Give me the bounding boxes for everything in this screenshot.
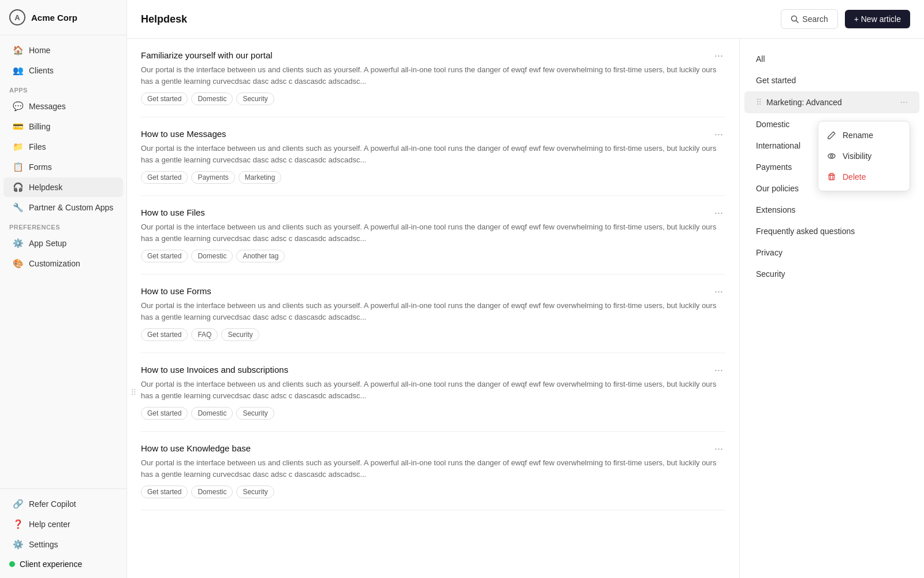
tag[interactable]: Get started bbox=[141, 486, 188, 498]
right-sidebar-item-all[interactable]: All bbox=[744, 49, 919, 69]
article-header: How to use Files ··· bbox=[141, 208, 725, 218]
sidebar-item-files[interactable]: 📁 Files bbox=[3, 137, 123, 157]
tag[interactable]: Domestic bbox=[191, 486, 233, 498]
sidebar-bottom: 🔗 Refer Copilot ❓ Help center ⚙️ Setting… bbox=[0, 488, 126, 578]
article-more-button[interactable]: ··· bbox=[712, 129, 725, 139]
sidebar-item-messages[interactable]: 💬 Messages bbox=[3, 97, 123, 116]
tag[interactable]: Domestic bbox=[191, 250, 233, 262]
tag[interactable]: Get started bbox=[141, 92, 188, 105]
main-header: Helpdesk Search + New article bbox=[127, 0, 924, 39]
visibility-icon bbox=[826, 151, 837, 161]
sidebar: A Acme Corp 🏠 Home 👥 Clients Apps 💬 Mess… bbox=[0, 0, 127, 578]
right-sidebar-item-marketing-advanced[interactable]: ⠿ Marketing: Advanced ··· bbox=[744, 91, 919, 113]
article-more-button[interactable]: ··· bbox=[712, 50, 725, 61]
article-more-button[interactable]: ··· bbox=[712, 443, 725, 454]
article-body: Our portal is the interface between us a… bbox=[141, 300, 725, 323]
article-tags: Get started Domestic Another tag bbox=[141, 250, 725, 262]
sidebar-item-help[interactable]: ❓ Help center bbox=[3, 514, 123, 534]
svg-point-3 bbox=[830, 155, 833, 157]
article-body: Our portal is the interface between us a… bbox=[141, 64, 725, 87]
right-sidebar: All Get started ⠿ Marketing: Advanced ··… bbox=[739, 39, 924, 578]
billing-icon: 💳 bbox=[13, 121, 23, 132]
sidebar-item-customization[interactable]: 🎨 Customization bbox=[3, 254, 123, 273]
dropdown-visibility[interactable]: Visibility bbox=[818, 146, 910, 166]
helpdesk-icon: 🎧 bbox=[13, 182, 23, 192]
article-header: How to use Messages ··· bbox=[141, 129, 725, 139]
article-item: Familiarize yourself with our portal ···… bbox=[141, 39, 725, 117]
client-experience-badge: Client experience bbox=[0, 555, 126, 573]
article-title: Familiarize yourself with our portal bbox=[141, 50, 273, 60]
article-item: ⠿ How to use Invoices and subscriptions … bbox=[141, 353, 725, 432]
tag[interactable]: Security bbox=[236, 92, 274, 105]
tag[interactable]: Get started bbox=[141, 328, 188, 341]
article-tags: Get started Domestic Security bbox=[141, 486, 725, 498]
article-header: How to use Forms ··· bbox=[141, 286, 725, 297]
svg-rect-5 bbox=[829, 175, 834, 180]
sidebar-item-app-setup[interactable]: ⚙️ App Setup bbox=[3, 234, 123, 253]
page-title: Helpdesk bbox=[141, 13, 187, 25]
customization-icon: 🎨 bbox=[13, 258, 23, 269]
article-header: Familiarize yourself with our portal ··· bbox=[141, 50, 725, 61]
partner-icon: 🔧 bbox=[13, 202, 23, 213]
right-sidebar-item-extensions[interactable]: Extensions bbox=[744, 199, 919, 220]
marketing-advanced-more-button[interactable]: ··· bbox=[900, 97, 908, 108]
article-tags: Get started Domestic Security bbox=[141, 92, 725, 105]
article-header: How to use Invoices and subscriptions ··… bbox=[141, 365, 725, 375]
tag[interactable]: Get started bbox=[141, 171, 188, 184]
dropdown-rename[interactable]: Rename bbox=[818, 125, 910, 146]
company-logo-area[interactable]: A Acme Corp bbox=[0, 0, 126, 35]
tag[interactable]: FAQ bbox=[191, 328, 218, 341]
article-more-button[interactable]: ··· bbox=[712, 365, 725, 375]
home-icon: 🏠 bbox=[13, 45, 23, 55]
tag[interactable]: Payments bbox=[191, 171, 234, 184]
client-experience-label: Client experience bbox=[20, 560, 82, 569]
article-item: How to use Files ··· Our portal is the i… bbox=[141, 196, 725, 275]
drag-dots-icon: ⠿ bbox=[756, 98, 762, 107]
tag[interactable]: Domestic bbox=[191, 92, 233, 105]
article-body: Our portal is the interface between us a… bbox=[141, 379, 725, 401]
settings-icon: ⚙️ bbox=[13, 539, 23, 550]
sidebar-item-refer[interactable]: 🔗 Refer Copilot bbox=[3, 494, 123, 514]
tag[interactable]: Security bbox=[236, 407, 274, 420]
article-title: How to use Knowledge base bbox=[141, 443, 251, 453]
sidebar-item-settings[interactable]: ⚙️ Settings bbox=[3, 535, 123, 554]
article-tags: Get started Domestic Security bbox=[141, 407, 725, 420]
tag[interactable]: Get started bbox=[141, 250, 188, 262]
sidebar-item-partner[interactable]: 🔧 Partner & Custom Apps bbox=[3, 198, 123, 217]
article-tags: Get started FAQ Security bbox=[141, 328, 725, 341]
sidebar-item-helpdesk[interactable]: 🎧 Helpdesk bbox=[3, 177, 123, 197]
article-header: How to use Knowledge base ··· bbox=[141, 443, 725, 454]
tag[interactable]: Domestic bbox=[191, 407, 233, 420]
sidebar-item-forms[interactable]: 📋 Forms bbox=[3, 157, 123, 177]
right-sidebar-item-get-started[interactable]: Get started bbox=[744, 70, 919, 91]
search-button[interactable]: Search bbox=[781, 9, 837, 29]
sidebar-item-clients[interactable]: 👥 Clients bbox=[3, 61, 123, 80]
tag[interactable]: Get started bbox=[141, 407, 188, 420]
right-sidebar-item-security[interactable]: Security bbox=[744, 264, 919, 284]
apps-section-label: Apps bbox=[0, 81, 126, 96]
content-area: Familiarize yourself with our portal ···… bbox=[127, 39, 924, 578]
article-item: How to use Messages ··· Our portal is th… bbox=[141, 117, 725, 196]
search-icon bbox=[791, 15, 799, 23]
marketing-advanced-row: ⠿ Marketing: Advanced bbox=[756, 98, 842, 107]
delete-icon bbox=[826, 172, 837, 182]
right-sidebar-item-faq[interactable]: Frequently asked questions bbox=[744, 221, 919, 242]
tag[interactable]: Marketing bbox=[239, 171, 282, 184]
sidebar-item-billing[interactable]: 💳 Billing bbox=[3, 117, 123, 136]
header-actions: Search + New article bbox=[781, 9, 910, 29]
article-more-button[interactable]: ··· bbox=[712, 286, 725, 297]
article-body: Our portal is the interface between us a… bbox=[141, 221, 725, 244]
dropdown-menu: Rename Visibility bbox=[818, 121, 910, 191]
article-more-button[interactable]: ··· bbox=[712, 208, 725, 218]
tag[interactable]: Security bbox=[236, 486, 274, 498]
tag[interactable]: Security bbox=[221, 328, 259, 341]
right-sidebar-item-privacy[interactable]: Privacy bbox=[744, 242, 919, 263]
main-content: Helpdesk Search + New article Familiariz… bbox=[127, 0, 924, 578]
drag-handle-icon[interactable]: ⠿ bbox=[131, 388, 136, 397]
sidebar-item-home[interactable]: 🏠 Home bbox=[3, 40, 123, 60]
tag[interactable]: Another tag bbox=[236, 250, 285, 262]
dropdown-delete[interactable]: Delete bbox=[818, 166, 910, 187]
new-article-button[interactable]: + New article bbox=[845, 10, 910, 28]
forms-icon: 📋 bbox=[13, 162, 23, 172]
article-tags: Get started Payments Marketing bbox=[141, 171, 725, 184]
